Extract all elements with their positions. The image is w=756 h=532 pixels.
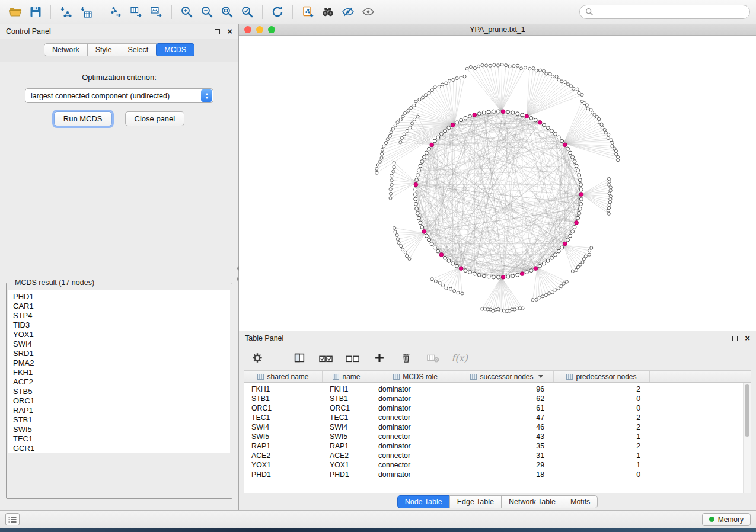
column-header-name[interactable]: name xyxy=(323,371,371,382)
run-mcds-button[interactable]: Run MCDS xyxy=(54,111,112,126)
table-row[interactable]: PHD1PHD1dominator180 xyxy=(244,470,751,479)
tab-node-table[interactable]: Node Table xyxy=(397,495,450,508)
table-cell: 0 xyxy=(554,470,650,479)
result-item[interactable]: SRD1 xyxy=(13,349,230,358)
save-session-button[interactable] xyxy=(26,3,45,21)
result-item[interactable]: PHD1 xyxy=(13,292,230,302)
copy-document-button[interactable] xyxy=(298,3,317,21)
show-columns-button[interactable] xyxy=(291,349,308,367)
column-header-successor-nodes[interactable]: successor nodes xyxy=(460,371,554,382)
hide-graphics-details-button[interactable] xyxy=(339,3,358,21)
table-cell: 18 xyxy=(460,470,554,479)
zoom-in-button[interactable] xyxy=(177,3,196,21)
column-header-predecessor-nodes[interactable]: predecessor nodes xyxy=(554,371,650,382)
table-row[interactable]: YOX1YOX1connector291 xyxy=(244,460,751,470)
application-window: Control Panel × Network Style Select MCD… xyxy=(0,0,756,532)
table-row[interactable]: FKH1FKH1dominator962 xyxy=(244,384,751,394)
close-panel-icon[interactable]: × xyxy=(745,335,750,341)
window-controls xyxy=(244,26,275,33)
table-cell: 31 xyxy=(460,451,554,460)
scrollbar-thumb[interactable] xyxy=(745,384,749,437)
table-cell: 29 xyxy=(460,461,554,469)
table-row[interactable]: TEC1TEC1connector472 xyxy=(244,413,751,422)
column-header-shared-name[interactable]: shared name xyxy=(244,371,323,382)
result-item[interactable]: TEC1 xyxy=(13,434,230,444)
export-image-button[interactable] xyxy=(147,3,166,21)
result-item[interactable]: SWI5 xyxy=(13,425,230,434)
plus-icon xyxy=(373,351,386,364)
tab-select[interactable]: Select xyxy=(120,43,157,56)
zoom-fit-button[interactable] xyxy=(218,3,237,21)
result-item[interactable]: YOX1 xyxy=(13,330,230,339)
maximize-window-icon[interactable] xyxy=(268,26,275,33)
table-row[interactable]: ACE2ACE2connector311 xyxy=(244,451,751,460)
optimization-criterion-dropdown[interactable]: largest connected component (undirected) xyxy=(25,88,213,103)
float-panel-icon[interactable] xyxy=(215,29,220,34)
search-input[interactable] xyxy=(597,8,744,16)
table-cell: TEC1 xyxy=(323,414,371,422)
result-item[interactable]: STB5 xyxy=(13,387,230,396)
table-row[interactable]: ORC1ORC1dominator610 xyxy=(244,403,751,413)
deselect-all-columns-button[interactable] xyxy=(344,349,362,367)
close-panel-icon[interactable]: × xyxy=(227,28,232,34)
function-builder-button-disabled: f(x) xyxy=(451,349,468,367)
result-item[interactable]: RAP1 xyxy=(13,406,230,415)
minimize-window-icon[interactable] xyxy=(256,26,263,33)
table-row[interactable]: STB1STB1dominator620 xyxy=(244,394,751,403)
export-network-button[interactable] xyxy=(107,3,126,21)
tab-style[interactable]: Style xyxy=(87,43,120,56)
first-neighbors-button[interactable] xyxy=(318,3,337,21)
table-toolbar: f(x) xyxy=(239,345,756,370)
save-icon xyxy=(28,5,43,19)
import-network-button[interactable] xyxy=(56,3,75,21)
table-cell: dominator xyxy=(371,470,460,479)
import-table-button[interactable] xyxy=(76,3,95,21)
table-cell: SWI5 xyxy=(323,432,371,441)
show-graphics-details-button[interactable] xyxy=(359,3,378,21)
tab-mcds[interactable]: MCDS xyxy=(156,43,194,56)
result-item[interactable]: TID3 xyxy=(13,321,230,330)
column-header-label: MCDS role xyxy=(403,373,438,381)
open-session-button[interactable] xyxy=(6,3,25,21)
create-column-button[interactable] xyxy=(371,349,388,367)
zoom-out-button[interactable] xyxy=(197,3,216,21)
binoculars-icon xyxy=(320,4,336,20)
select-all-columns-button[interactable] xyxy=(317,349,335,367)
tab-edge-table[interactable]: Edge Table xyxy=(449,495,502,508)
refresh-network-button[interactable] xyxy=(268,3,287,21)
table-panel-header: Table Panel × xyxy=(239,331,756,345)
delete-column-button[interactable] xyxy=(397,349,415,367)
table-settings-button[interactable] xyxy=(248,349,266,367)
table-cell: ORC1 xyxy=(323,404,371,412)
result-item[interactable]: FKH1 xyxy=(13,368,230,377)
table-row[interactable]: SWI5SWI5connector431 xyxy=(244,432,751,441)
tab-network[interactable]: Network xyxy=(44,43,88,56)
zoom-selected-button[interactable] xyxy=(238,3,257,21)
table-cell: RAP1 xyxy=(323,442,371,450)
result-item[interactable]: STB1 xyxy=(13,415,230,425)
result-item[interactable]: STP4 xyxy=(13,311,230,321)
column-header-MCDS-role[interactable]: MCDS role xyxy=(371,371,460,382)
global-search[interactable] xyxy=(579,5,750,19)
result-item[interactable]: PMA2 xyxy=(13,358,230,368)
status-menu-button[interactable] xyxy=(5,513,20,525)
result-item[interactable]: GCR1 xyxy=(13,444,230,453)
export-table-button[interactable] xyxy=(127,3,146,21)
table-row[interactable]: RAP1RAP1dominator352 xyxy=(244,441,751,451)
result-item[interactable]: SWI4 xyxy=(13,339,230,349)
result-item[interactable]: ACE2 xyxy=(13,377,230,387)
tab-motifs[interactable]: Motifs xyxy=(563,495,598,508)
memory-button[interactable]: Memory xyxy=(702,513,751,526)
network-canvas[interactable] xyxy=(239,36,756,331)
table-scrollbar[interactable] xyxy=(743,383,751,493)
table-row[interactable]: SWI4SWI4dominator462 xyxy=(244,422,751,432)
close-panel-button[interactable]: Close panel xyxy=(125,111,185,126)
tab-network-table[interactable]: Network Table xyxy=(501,495,563,508)
panel-splitter-handle[interactable] xyxy=(237,266,240,281)
result-item[interactable]: ORC1 xyxy=(13,396,230,406)
result-item[interactable]: CAR1 xyxy=(13,302,230,311)
float-panel-icon[interactable] xyxy=(732,336,738,341)
network-window-titlebar[interactable]: YPA_prune.txt_1 xyxy=(239,24,756,36)
import-table-icon xyxy=(79,5,93,19)
close-window-icon[interactable] xyxy=(244,26,251,33)
